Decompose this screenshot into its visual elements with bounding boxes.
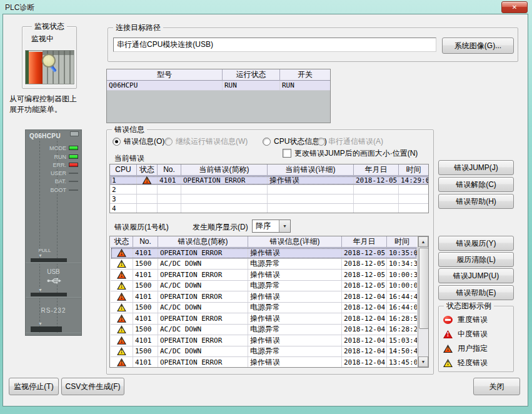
- current-error-row[interactable]: 2: [110, 185, 428, 194]
- error-history-table: 状态 No. 错误信息(简称) 错误信息(详细) 年月日 时间 4101 OPE…: [109, 236, 429, 368]
- button-label: 错误帮助(H): [456, 196, 496, 207]
- column-header: 当前错误(简称): [181, 164, 268, 176]
- usb-port-label: USB: [26, 268, 81, 275]
- legend-item: 轻度错误: [443, 358, 488, 368]
- error-jump-button[interactable]: 错误JUMP(J): [438, 160, 514, 175]
- led-row: BAT.: [55, 178, 78, 184]
- chevron-down-icon: ▼: [279, 220, 290, 232]
- column-header: 开关: [280, 69, 330, 81]
- led-row: MODE: [49, 145, 78, 151]
- error-short: OPERATION ERROR: [158, 357, 248, 368]
- radio-label: 继续运行错误信息(W): [176, 136, 248, 147]
- button-label: 监视停止(T): [14, 381, 53, 392]
- error-code: 4101: [133, 248, 158, 258]
- column-header: 型号: [107, 69, 223, 81]
- history-row[interactable]: 4101 OPERATION ERROR 操作错误 2018-12-04 16:…: [111, 313, 417, 325]
- history-row[interactable]: 4101 OPERATION ERROR 操作错误 2018-12-04 16:…: [111, 291, 417, 303]
- module-run-status: RUN: [223, 81, 280, 90]
- led-label: BOOT: [50, 187, 66, 193]
- system-image-button-label: 系统图像(G)...: [454, 41, 501, 51]
- radio-error-info[interactable]: 错误信息(O): [113, 137, 164, 146]
- error-detail: 电源异常: [248, 281, 342, 291]
- error-short: AC/DC DOWN: [158, 325, 248, 335]
- error-code: 1500: [133, 303, 158, 313]
- current-error-row[interactable]: 1 4101 OPERATION ERROR 操作错误 2018-12-05 1…: [110, 176, 428, 185]
- history-clear-button[interactable]: 履历清除(L): [438, 252, 514, 267]
- error-date: 2018-12-04: [342, 313, 387, 324]
- button-label: CSV文件生成(F): [66, 381, 121, 392]
- error-time: 16:28:50: [387, 313, 417, 324]
- error-clear-button[interactable]: 错误解除(C): [438, 177, 514, 192]
- module-row[interactable]: Q06HCPU RUN RUN: [107, 81, 330, 91]
- history-row[interactable]: 4101 OPERATION ERROR 操作错误 2018-12-05 10:…: [111, 270, 417, 281]
- radio-dot: [113, 138, 121, 146]
- error-date: 2018-12-05: [342, 281, 387, 291]
- warning-triangle-icon: [117, 281, 126, 290]
- bat-led: [69, 181, 78, 182]
- warning-triangle-icon: [117, 249, 126, 257]
- current-error-row[interactable]: 3: [110, 194, 428, 204]
- history-row[interactable]: 1500 AC/DC DOWN 电源异常 2018-12-05 10:00:01: [111, 281, 417, 292]
- connection-path-field[interactable]: 串行通信CPU模块连接(USB): [113, 38, 436, 52]
- error-code: 4101: [133, 313, 158, 324]
- column-header: 运行状态: [223, 69, 280, 81]
- warning-triangle-icon: [117, 336, 126, 345]
- column-header: No.: [133, 236, 158, 248]
- cpu-number: 3: [110, 194, 137, 203]
- plc-rack-thumbnail[interactable]: [25, 50, 74, 84]
- history-row[interactable]: 1500 AC/DC DOWN 电源异常 2018-12-04 14:50:44: [111, 346, 417, 358]
- error-detail: 电源异常: [248, 303, 342, 313]
- monitor-stop-button[interactable]: 监视停止(T): [9, 378, 59, 395]
- column-header: 状态: [111, 236, 133, 248]
- led-label: ERR.: [53, 162, 66, 168]
- scroll-up-icon[interactable]: ▲: [418, 236, 428, 247]
- current-error-row[interactable]: 4: [110, 204, 428, 213]
- current-error-label: 当前错误: [114, 153, 144, 164]
- history-row[interactable]: 1500 AC/DC DOWN 电源异常 2018-12-05 10:34:30: [111, 259, 417, 270]
- system-image-button[interactable]: 系统图像(G)...: [442, 38, 514, 54]
- history-error-help-button[interactable]: 错误帮助(E): [438, 285, 514, 300]
- csv-generate-button[interactable]: CSV文件生成(F): [61, 378, 124, 395]
- close-button[interactable]: 关闭: [473, 378, 520, 395]
- history-row[interactable]: 1500 AC/DC DOWN 电源异常 2018-12-04 16:28:29: [111, 325, 417, 336]
- cpu-number: 2: [110, 185, 137, 194]
- error-short: OPERATION ERROR: [158, 313, 248, 324]
- error-date: 2018-12-04: [342, 325, 387, 335]
- hint-line-2: 展开功能菜单。: [9, 104, 77, 115]
- error-short: OPERATION ERROR: [158, 335, 248, 346]
- scrollbar-thumb[interactable]: [419, 248, 429, 329]
- history-scrollbar[interactable]: ▲ ▼: [418, 236, 428, 367]
- error-detail: 操作错误: [268, 176, 354, 184]
- led-label: USER: [51, 170, 66, 176]
- error-info-group-label: 错误信息: [112, 125, 147, 134]
- resize-after-jump-checkbox[interactable]: 更改错误JUMP后的画面大小·位置(N): [283, 149, 418, 158]
- error-detail: 操作错误: [248, 270, 342, 280]
- history-error-jump-button[interactable]: 错误JUMP(U): [438, 268, 514, 283]
- radio-dot: [263, 138, 271, 146]
- boot-led: [69, 189, 78, 191]
- history-row[interactable]: 4101 OPERATION ERROR 操作错误 2018-12-04 15:…: [111, 335, 417, 346]
- history-row[interactable]: 4101 OPERATION ERROR 操作错误 2018-12-05 10:…: [111, 248, 417, 259]
- legend-label: 用户指定: [458, 343, 488, 354]
- error-short: OPERATION ERROR: [158, 248, 248, 258]
- close-icon[interactable]: ✕: [501, 1, 528, 13]
- error-short: AC/DC DOWN: [158, 281, 248, 291]
- error-date: 2018-12-04: [342, 346, 387, 357]
- history-row[interactable]: 1500 AC/DC DOWN 电源异常 2018-12-04 16:44:06: [111, 303, 417, 314]
- error-time: 10:00:01: [387, 281, 417, 291]
- module-table: 型号 运行状态 开关 Q06HCPU RUN RUN: [106, 69, 331, 123]
- error-history-button[interactable]: 错误履历(Y): [438, 236, 514, 251]
- error-time: 13:45:05: [387, 357, 417, 368]
- history-row[interactable]: 4101 OPERATION ERROR 操作错误 2018-12-04 13:…: [111, 357, 417, 368]
- error-code: 4101: [158, 176, 181, 184]
- titlebar[interactable]: PLC诊断 ✕: [0, 0, 532, 14]
- sort-order-dropdown[interactable]: 降序 ▼: [252, 220, 291, 233]
- radio-dot: [317, 138, 325, 146]
- cpu-module-graphic[interactable]: Q06HCPU MODE RUN ERR. USER BAT. BOOT PUL…: [25, 129, 82, 336]
- error-help-button[interactable]: 错误帮助(H): [438, 194, 514, 209]
- module-edge: [26, 263, 81, 264]
- minor-error-icon: [443, 359, 453, 367]
- scroll-down-icon[interactable]: ▼: [418, 356, 428, 367]
- module-slot: [31, 326, 62, 332]
- moderate-error-icon: [443, 330, 453, 338]
